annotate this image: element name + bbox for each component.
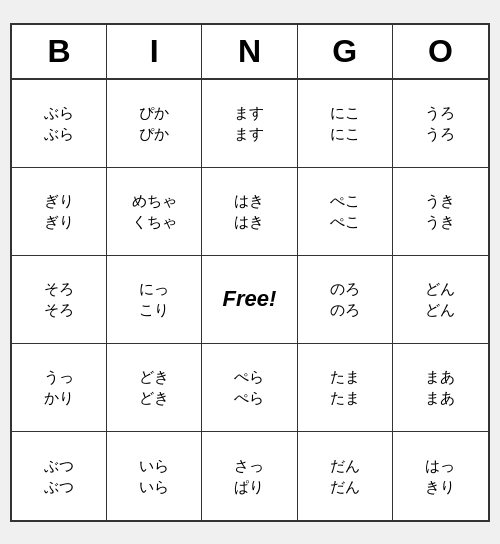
- bingo-header: BINGO: [12, 25, 488, 80]
- bingo-cell: いらいら: [107, 432, 202, 520]
- bingo-cell: そろそろ: [12, 256, 107, 344]
- bingo-header-cell: I: [107, 25, 202, 78]
- bingo-cell: ぺらぺら: [202, 344, 297, 432]
- bingo-cell: だんだん: [298, 432, 393, 520]
- bingo-cell: まあまあ: [393, 344, 488, 432]
- bingo-header-cell: O: [393, 25, 488, 78]
- bingo-card: BINGO ぶらぶらぴかぴかますますにこにこうろうろぎりぎりめちゃくちゃはきはき…: [10, 23, 490, 522]
- bingo-grid: ぶらぶらぴかぴかますますにこにこうろうろぎりぎりめちゃくちゃはきはきぺこぺこうき…: [12, 80, 488, 520]
- bingo-cell: にっこり: [107, 256, 202, 344]
- bingo-cell: のろのろ: [298, 256, 393, 344]
- bingo-cell: ぺこぺこ: [298, 168, 393, 256]
- bingo-cell: どんどん: [393, 256, 488, 344]
- bingo-cell: うろうろ: [393, 80, 488, 168]
- bingo-header-cell: B: [12, 25, 107, 78]
- bingo-cell: どきどき: [107, 344, 202, 432]
- bingo-header-cell: N: [202, 25, 297, 78]
- bingo-cell: Free!: [202, 256, 297, 344]
- bingo-cell: ぎりぎり: [12, 168, 107, 256]
- bingo-cell: ますます: [202, 80, 297, 168]
- bingo-cell: にこにこ: [298, 80, 393, 168]
- bingo-cell: ぶつぶつ: [12, 432, 107, 520]
- bingo-cell: ぶらぶら: [12, 80, 107, 168]
- bingo-cell: うっかり: [12, 344, 107, 432]
- bingo-cell: うきうき: [393, 168, 488, 256]
- bingo-cell: たまたま: [298, 344, 393, 432]
- bingo-cell: はきはき: [202, 168, 297, 256]
- bingo-cell: ぴかぴか: [107, 80, 202, 168]
- bingo-cell: はっきり: [393, 432, 488, 520]
- bingo-cell: さっぱり: [202, 432, 297, 520]
- bingo-cell: めちゃくちゃ: [107, 168, 202, 256]
- bingo-header-cell: G: [298, 25, 393, 78]
